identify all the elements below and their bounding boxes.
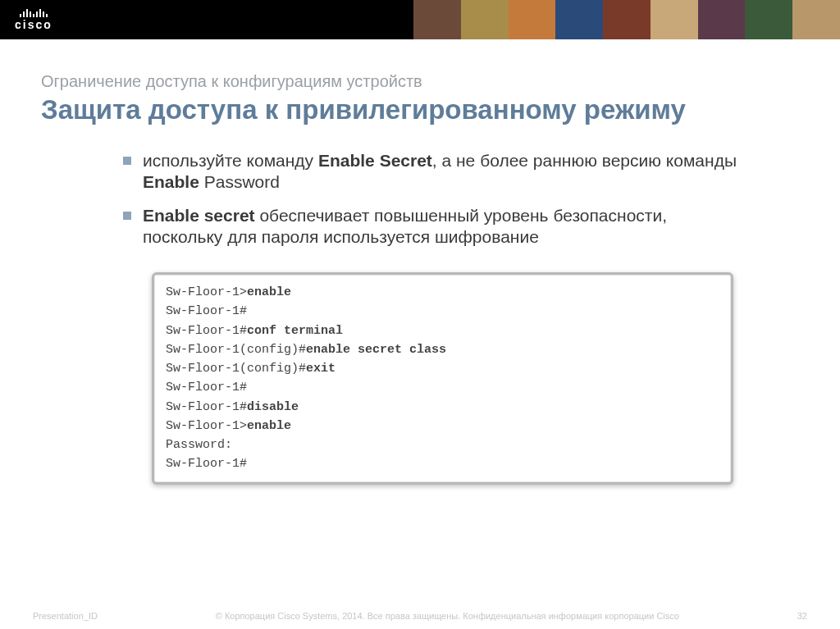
slide-footer: Presentation_ID © Корпорация Cisco Syste… [0, 611, 840, 621]
terminal-line: Password: [166, 435, 719, 454]
bullet-list: используйте команду Enable Secret, а не … [123, 150, 750, 248]
bullet-item: используйте команду Enable Secret, а не … [123, 150, 750, 194]
banner-images [413, 0, 840, 39]
footer-center: © Корпорация Cisco Systems, 2014. Все пр… [216, 611, 679, 621]
terminal-line: Sw-Floor-1# [166, 454, 719, 473]
cisco-logo-bars [20, 9, 48, 17]
terminal-line: Sw-Floor-1>enable [166, 283, 719, 302]
bullet-marker-icon [123, 212, 131, 220]
bullet-item: Enable secret обеспечивает повышенный ур… [123, 205, 750, 248]
terminal-line: Sw-Floor-1#conf terminal [166, 321, 719, 340]
terminal: Sw-Floor-1>enable Sw-Floor-1# Sw-Floor-1… [152, 272, 733, 485]
cisco-logo-text: cisco [15, 19, 52, 30]
bullet-marker-icon [123, 157, 131, 165]
slide-title: Защита доступа к привилегированному режи… [41, 94, 799, 125]
terminal-line: Sw-Floor-1# [166, 302, 719, 321]
footer-left: Presentation_ID [33, 611, 98, 621]
top-banner: cisco [0, 0, 840, 39]
bullet-text: используйте команду Enable Secret, а не … [143, 150, 750, 194]
terminal-line: Sw-Floor-1(config)#enable secret class [166, 340, 719, 359]
slide-content: Ограничение доступа к конфигурациям устр… [0, 39, 840, 485]
terminal-line: Sw-Floor-1>enable [166, 417, 719, 435]
terminal-line: Sw-Floor-1(config)#exit [166, 359, 719, 378]
terminal-line: Sw-Floor-1#disable [166, 398, 719, 417]
bullet-text: Enable secret обеспечивает повышенный ур… [143, 205, 750, 248]
footer-page-number: 32 [797, 611, 807, 621]
terminal-container: Sw-Floor-1>enable Sw-Floor-1# Sw-Floor-1… [152, 272, 733, 485]
terminal-line: Sw-Floor-1# [166, 378, 719, 397]
slide-subtitle: Ограничение доступа к конфигурациям устр… [41, 72, 799, 91]
cisco-logo: cisco [15, 9, 52, 30]
